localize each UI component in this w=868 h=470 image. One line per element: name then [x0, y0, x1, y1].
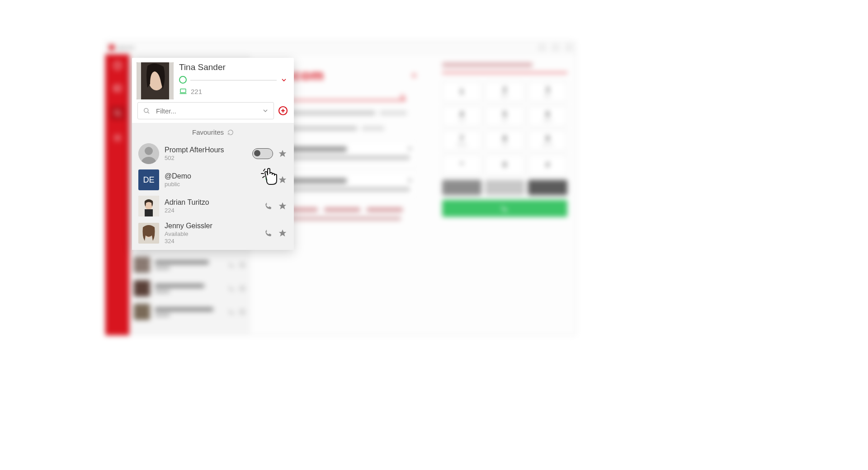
avatar: DE — [138, 169, 159, 190]
contact-ext: 324 — [165, 238, 259, 244]
settings-icon — [113, 133, 123, 143]
add-button[interactable] — [278, 105, 288, 116]
profile-header: Tina Sander 221 — [132, 58, 294, 100]
keypad-key[interactable]: # — [528, 155, 567, 175]
laptop-icon — [179, 87, 187, 95]
star-icon[interactable] — [278, 201, 288, 211]
avatar — [138, 143, 159, 164]
svg-point-6 — [401, 95, 404, 99]
star-icon[interactable] — [278, 149, 288, 159]
my-avatar[interactable] — [137, 62, 174, 99]
status-selector[interactable] — [179, 76, 288, 84]
contact-sub: public — [165, 181, 259, 188]
presence-available-icon — [179, 76, 187, 84]
contacts-panel: Tina Sander 221 Favourites Prompt AfterH… — [132, 58, 294, 250]
contacts-list: Favourites Prompt AfterHours502DE@Demopu… — [132, 123, 294, 250]
window-controls — [539, 45, 572, 50]
window-title: pascom — [117, 45, 135, 50]
contact-row[interactable]: Adrian Turitzo224 — [132, 193, 294, 219]
keypad-key[interactable]: 7PQRS — [442, 130, 481, 151]
contact-sub: 502 — [165, 155, 247, 161]
keypad-key[interactable]: 4GHI — [442, 106, 481, 127]
call-button — [442, 200, 567, 217]
close-icon — [566, 45, 572, 50]
contact-row[interactable]: DE@Demopublic — [132, 167, 294, 193]
svg-point-2 — [116, 87, 118, 89]
svg-rect-16 — [145, 209, 153, 216]
chevron-down-icon[interactable] — [262, 107, 269, 114]
refresh-icon[interactable] — [227, 129, 234, 136]
star-icon[interactable] — [278, 228, 288, 238]
contact-row[interactable]: Prompt AfterHours502 — [132, 141, 294, 167]
contact-sub: Available — [165, 230, 259, 237]
search-icon — [110, 106, 125, 120]
svg-rect-1 — [114, 85, 121, 91]
svg-point-4 — [116, 136, 119, 139]
gear-icon — [410, 72, 418, 79]
keypad-key[interactable]: 2ABC — [485, 81, 524, 102]
contact-name: Prompt AfterHours — [165, 146, 247, 154]
my-extension: 221 — [191, 88, 202, 95]
titlebar: pascom — [105, 41, 576, 54]
dialpad-blurred: 12ABC3DEF4GHI5JKL6MNO7PQRS8TUV9WXYZ*0# — [434, 54, 576, 335]
contact-row[interactable]: Jenny GeisslerAvailable324 — [132, 219, 294, 247]
availability-toggle[interactable] — [252, 148, 273, 159]
keypad-key[interactable]: 3DEF — [528, 81, 567, 102]
phone-icon[interactable] — [264, 202, 273, 211]
svg-point-5 — [413, 75, 415, 76]
history-icon — [113, 61, 123, 70]
svg-point-10 — [144, 108, 148, 113]
minimize-icon — [539, 45, 545, 50]
chevron-down-icon — [280, 76, 288, 84]
favourites-label: Favourites — [192, 128, 224, 136]
keypad-key[interactable]: 9WXYZ — [528, 130, 567, 151]
my-name: Tina Sander — [179, 62, 288, 72]
keypad-key[interactable]: 1 — [442, 81, 481, 102]
filter-input[interactable] — [155, 107, 262, 115]
filter-input-box[interactable] — [137, 102, 274, 119]
avatar — [138, 223, 159, 244]
svg-point-3 — [115, 110, 119, 115]
contacts-icon — [113, 83, 123, 93]
keypad-key[interactable]: 6MNO — [528, 106, 567, 127]
svg-point-13 — [145, 147, 153, 155]
avatar — [138, 196, 159, 216]
left-nav — [105, 54, 129, 335]
device-extension[interactable]: 221 — [179, 87, 288, 95]
main-search-line — [279, 100, 406, 101]
contact-name: Jenny Geissler — [165, 222, 259, 230]
contact-sub: 224 — [165, 207, 259, 214]
keypad-key[interactable]: 0 — [485, 155, 524, 175]
svg-rect-9 — [180, 89, 186, 93]
favourites-header: Favourites — [132, 123, 294, 141]
star-icon[interactable] — [278, 175, 288, 185]
keypad-key[interactable]: 8TUV — [485, 130, 524, 151]
phone-icon[interactable] — [264, 229, 273, 238]
search-icon — [142, 107, 151, 115]
phone-icon[interactable] — [264, 175, 273, 184]
maximize-icon — [553, 45, 558, 50]
keypad-key[interactable]: 5JKL — [485, 106, 524, 127]
keypad-key[interactable]: * — [442, 155, 481, 175]
contact-name: @Demo — [165, 172, 259, 180]
contact-name: Adrian Turitzo — [165, 198, 259, 207]
